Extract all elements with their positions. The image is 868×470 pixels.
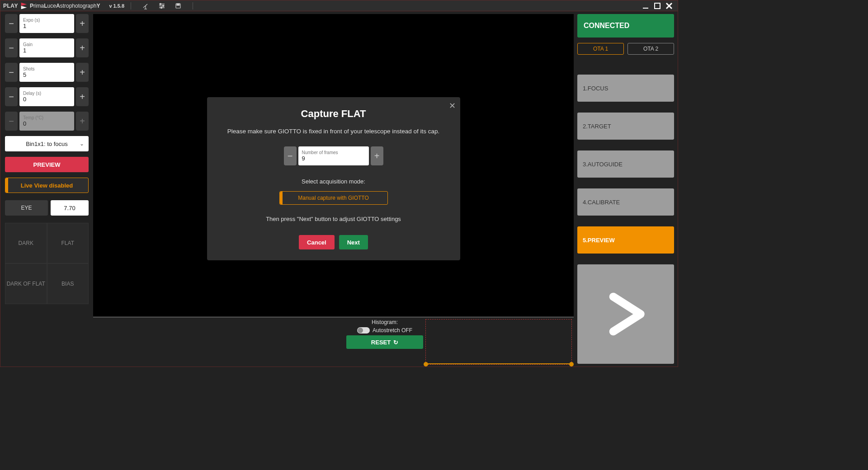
shots-increment[interactable]: + — [76, 63, 89, 82]
expo-label: Expo (s) — [23, 18, 71, 23]
gain-decrement[interactable]: − — [5, 38, 18, 57]
start-sequence-button[interactable] — [577, 264, 674, 364]
app-name: PrimaLuceAstrophotographY — [30, 3, 100, 9]
svg-rect-14 — [655, 3, 660, 9]
dark-button[interactable]: DARK — [5, 223, 47, 263]
delay-label: Delay (s) — [23, 91, 71, 96]
step-autoguide[interactable]: 3.AUTOGUIDE — [577, 150, 674, 178]
temp-value: 0 — [23, 120, 71, 127]
play-logo-text: PLAY — [3, 3, 18, 9]
expo-stepper: − Expo (s) 1 + — [5, 14, 89, 33]
eye-row: EYE 7.70 — [5, 200, 89, 216]
dialog-close-button[interactable]: ✕ — [449, 101, 456, 111]
separator — [131, 2, 131, 9]
gain-field[interactable]: Gain 1 — [19, 38, 74, 57]
separator — [193, 2, 193, 9]
delay-stepper: − Delay (s) 0 + — [5, 87, 89, 106]
next-button[interactable]: Next — [339, 235, 368, 249]
reset-button[interactable]: RESET ↻ — [346, 335, 423, 349]
step-calibrate[interactable]: 4.CALIBRATE — [577, 188, 674, 216]
brand-logo-icon — [20, 2, 28, 10]
gain-stepper: − Gain 1 + — [5, 38, 89, 57]
histogram-label: Histogram: — [372, 319, 398, 325]
histogram-panel: Histogram: Autostretch OFF RESET ↻ — [93, 317, 574, 367]
liveview-button[interactable]: Live View disabled — [5, 178, 89, 193]
frames-decrement[interactable]: − — [284, 146, 297, 165]
accent-bar — [280, 192, 283, 204]
eye-button[interactable]: EYE — [5, 200, 48, 216]
step-preview[interactable]: 5.PREVIEW — [577, 226, 674, 254]
range-handle-right[interactable] — [569, 362, 574, 367]
svg-marker-0 — [21, 2, 27, 5]
shots-field[interactable]: Shots 5 — [19, 63, 74, 82]
refresh-icon: ↻ — [393, 339, 398, 346]
delay-field[interactable]: Delay (s) 0 — [19, 87, 74, 106]
shots-value: 5 — [23, 71, 71, 78]
eye-value[interactable]: 7.70 — [51, 200, 89, 216]
expo-decrement[interactable]: − — [5, 14, 18, 33]
acquisition-mode-button[interactable]: Manual capture with GIOTTO — [279, 191, 388, 205]
dialog-title: Capture FLAT — [220, 108, 448, 120]
titlebar: PLAY PrimaLuceAstrophotographY v 1.5.8 — [0, 0, 678, 11]
delay-increment[interactable]: + — [76, 87, 89, 106]
histogram-range[interactable] — [425, 319, 572, 365]
ota2-tab[interactable]: OTA 2 — [627, 43, 674, 55]
right-sidebar: CONNECTED OTA 1 OTA 2 1.FOCUS 2.TARGET 3… — [574, 11, 678, 367]
delay-decrement[interactable]: − — [5, 87, 18, 106]
shots-decrement[interactable]: − — [5, 63, 18, 82]
frames-stepper: − Number of frames 9 + — [284, 146, 383, 165]
frames-value: 9 — [302, 155, 365, 162]
svg-point-10 — [161, 7, 162, 8]
chevron-down-icon: ⌄ — [80, 141, 84, 147]
svg-marker-1 — [21, 6, 27, 9]
expo-increment[interactable]: + — [76, 14, 89, 33]
flat-button[interactable]: FLAT — [47, 223, 89, 263]
frames-label: Number of frames — [302, 150, 365, 155]
dialog-message: Please make sure GIOTTO is fixed in fron… — [220, 128, 448, 135]
ota1-tab[interactable]: OTA 1 — [577, 43, 624, 55]
gain-value: 1 — [23, 47, 71, 54]
telescope-icon[interactable] — [142, 2, 149, 9]
shots-label: Shots — [23, 66, 71, 71]
save-icon[interactable] — [175, 2, 182, 9]
temp-field: Temp (°C) 0 — [19, 112, 74, 131]
temp-stepper: − Temp (°C) 0 + — [5, 112, 89, 131]
autostretch-toggle[interactable] — [357, 327, 370, 334]
range-handle-left[interactable] — [424, 362, 428, 367]
autostretch-label: Autostretch OFF — [373, 327, 412, 334]
preview-button[interactable]: PREVIEW — [5, 157, 89, 172]
svg-rect-12 — [177, 4, 179, 5]
step-focus[interactable]: 1.FOCUS — [577, 75, 674, 102]
delay-value: 0 — [23, 96, 71, 103]
maximize-button[interactable] — [651, 1, 663, 10]
cancel-button[interactable]: Cancel — [299, 235, 335, 249]
svg-point-9 — [163, 5, 164, 6]
dark-of-flat-button[interactable]: DARK OF FLAT — [5, 263, 47, 304]
accent-bar — [5, 178, 8, 193]
temp-label: Temp (°C) — [23, 115, 71, 120]
play-icon — [601, 289, 651, 339]
mode-label: Select acquisition mode: — [220, 178, 448, 185]
bias-button[interactable]: BIAS — [47, 263, 89, 304]
temp-decrement: − — [5, 112, 18, 131]
app-version: v 1.5.8 — [109, 3, 124, 9]
shots-stepper: − Shots 5 + — [5, 63, 89, 82]
connection-status[interactable]: CONNECTED — [577, 14, 674, 38]
minimize-button[interactable] — [640, 1, 651, 10]
frames-increment[interactable]: + — [371, 146, 383, 165]
calibration-grid: DARK FLAT DARK OF FLAT BIAS — [5, 223, 89, 304]
step-target[interactable]: 2.TARGET — [577, 113, 674, 140]
binning-select[interactable]: Bin1x1: to focus ⌄ — [5, 136, 89, 151]
dialog-hint: Then press "Next" button to adjust GIOTT… — [220, 216, 448, 222]
expo-value: 1 — [23, 23, 71, 29]
svg-point-8 — [160, 3, 161, 5]
binning-value: Bin1x1: to focus — [26, 141, 68, 147]
gain-increment[interactable]: + — [76, 38, 89, 57]
sliders-icon[interactable] — [158, 2, 165, 9]
expo-field[interactable]: Expo (s) 1 — [19, 14, 74, 33]
capture-flat-dialog: ✕ Capture FLAT Please make sure GIOTTO i… — [207, 97, 460, 260]
frames-field[interactable]: Number of frames 9 — [298, 146, 369, 165]
left-sidebar: − Expo (s) 1 + − Gain 1 + − Shots 5 + − — [0, 11, 93, 367]
gain-label: Gain — [23, 42, 71, 47]
close-button[interactable] — [663, 1, 675, 10]
